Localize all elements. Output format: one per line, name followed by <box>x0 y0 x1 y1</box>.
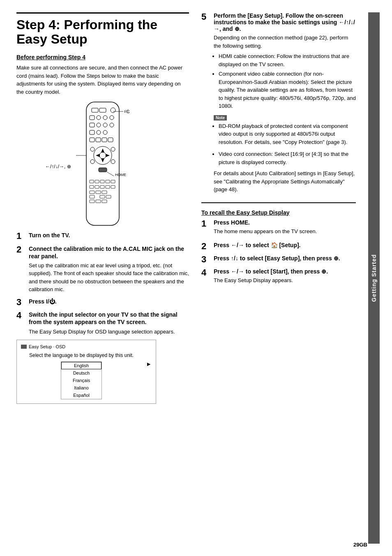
svg-rect-29 <box>99 168 107 172</box>
svg-rect-46 <box>96 191 101 194</box>
step-2-body: Set up the calibration mic at ear level … <box>29 262 189 294</box>
step-1: 1 Turn on the TV. <box>16 232 189 241</box>
recall-step-3: 3 Press ↑/↓ to select [Easy Setup], then… <box>201 255 356 264</box>
svg-rect-44 <box>111 185 115 188</box>
recall-step-3-header: Press ↑/↓ to select [Easy Setup], then p… <box>214 255 356 262</box>
before-title: Before performing Step 4 <box>16 54 189 60</box>
recall-step-3-content: Press ↑/↓ to select [Easy Setup], then p… <box>214 255 356 264</box>
recall-step-2-content: Press ←/→ to select 🏠 [Setup]. <box>214 242 356 251</box>
note-items: BD-ROM playback of protected content via… <box>214 122 356 146</box>
page-title: Step 4: Performing the Easy Setup <box>16 12 189 46</box>
step-5-details: For details about [Auto Calibration] set… <box>214 169 356 194</box>
svg-text:I/⏻: I/⏻ <box>124 109 129 114</box>
left-arrow-label: ←/↑/↓/→, ⊕ <box>45 164 71 169</box>
svg-point-9 <box>97 123 101 127</box>
steps-list: 1 Turn on the TV. 2 Connect the calibrat… <box>16 232 189 336</box>
step-1-number: 1 <box>16 232 25 241</box>
svg-rect-37 <box>100 180 104 183</box>
page-container: Step 4: Performing the Easy Setup Before… <box>0 0 392 556</box>
step-5-bullets: HDMI cable connection: Follow the instru… <box>214 52 356 110</box>
recall-step-4: 4 Press ←/→ to select [Start], then pres… <box>201 268 356 287</box>
remote-diagram-container: HOME I/⏻ <box>49 100 156 227</box>
osd-item-francais: Français <box>61 377 101 384</box>
right-column: 5 Perform the [Easy Setup]. Follow the o… <box>201 12 356 544</box>
svg-rect-41 <box>95 185 99 188</box>
step-5-number: 5 <box>201 12 210 196</box>
svg-rect-2 <box>99 108 106 112</box>
step-3-number: 3 <box>16 298 25 307</box>
svg-rect-45 <box>90 191 95 194</box>
svg-rect-35 <box>90 180 94 183</box>
step-5-header: Perform the [Easy Setup]. Follow the on-… <box>214 12 356 32</box>
page-number: 29GB <box>353 542 367 548</box>
recall-step-1-content: Press HOME. The home menu appears on the… <box>214 219 356 238</box>
section-divider <box>201 202 356 203</box>
recall-step-2-header: Press ←/→ to select 🏠 [Setup]. <box>214 242 356 248</box>
recall-steps: 1 Press HOME. The home menu appears on t… <box>201 219 356 287</box>
step-3-header: Press I/⏻. <box>29 298 189 305</box>
step-3: 3 Press I/⏻. <box>16 298 189 307</box>
svg-point-11 <box>110 123 114 127</box>
svg-rect-53 <box>102 200 107 203</box>
osd-list-box: English Deutsch Français Italiano Españo… <box>61 361 102 399</box>
note-label: Note <box>214 115 227 120</box>
svg-rect-16 <box>96 138 101 142</box>
step-4-number: 4 <box>16 311 25 336</box>
svg-rect-12 <box>90 130 95 134</box>
osd-prompt: Select the language to be displayed by t… <box>21 352 142 358</box>
osd-item-italiano: Italiano <box>61 384 101 392</box>
recall-step-4-number: 4 <box>201 268 210 287</box>
step-5-content: Perform the [Easy Setup]. Follow the on-… <box>214 12 356 196</box>
osd-main-area: Select the language to be displayed by t… <box>21 352 152 399</box>
step-4: 4 Switch the input selector on your TV s… <box>16 311 189 336</box>
left-column: Step 4: Performing the Easy Setup Before… <box>16 12 189 544</box>
recall-step-1: 1 Press HOME. The home menu appears on t… <box>201 219 356 238</box>
recall-step-4-content: Press ←/→ to select [Start], then press … <box>214 268 356 287</box>
svg-point-26 <box>111 147 115 151</box>
step-2-number: 2 <box>16 245 25 294</box>
recall-step-2-number: 2 <box>201 242 210 251</box>
svg-rect-51 <box>96 200 101 203</box>
svg-rect-4 <box>90 116 95 120</box>
recall-title: To recall the Easy Setup Display <box>201 209 356 216</box>
svg-rect-36 <box>95 180 99 183</box>
osd-title: Easy Setup · OSD <box>29 344 65 349</box>
step-4-body: The Easy Setup Display for OSD language … <box>29 328 189 336</box>
recall-step-4-header: Press ←/→ to select [Start], then press … <box>214 268 356 275</box>
note-item-1: BD-ROM playback of protected content via… <box>219 122 356 146</box>
svg-rect-0 <box>86 102 119 225</box>
osd-screen: Easy Setup · OSD Select the language to … <box>16 340 156 404</box>
svg-rect-8 <box>90 123 95 127</box>
svg-rect-42 <box>100 185 104 188</box>
svg-rect-47 <box>102 191 107 194</box>
svg-point-27 <box>90 160 95 164</box>
recall-step-2: 2 Press ←/→ to select 🏠 [Setup]. <box>201 242 356 251</box>
osd-item-espanol: Español <box>61 392 101 399</box>
recall-step-4-body: The Easy Setup Display appears. <box>214 276 356 285</box>
svg-rect-1 <box>92 108 98 112</box>
svg-rect-49 <box>100 195 105 198</box>
osd-arrow: ► <box>146 352 152 367</box>
step-2-header: Connect the calibration mic to the A.CAL… <box>29 245 189 260</box>
svg-marker-23 <box>96 154 100 157</box>
step-2: 2 Connect the calibration mic to the A.C… <box>16 245 189 294</box>
svg-point-3 <box>111 108 115 113</box>
svg-rect-39 <box>111 180 115 183</box>
svg-point-5 <box>97 116 101 120</box>
svg-rect-50 <box>106 195 111 198</box>
recall-step-3-number: 3 <box>201 255 210 264</box>
svg-marker-21 <box>101 148 104 153</box>
osd-content: Select the language to be displayed by t… <box>21 352 142 399</box>
svg-point-7 <box>110 116 114 120</box>
recall-step-1-number: 1 <box>201 219 210 238</box>
svg-text:HOME: HOME <box>115 173 126 177</box>
step-5-bullets2: Video cord connection: Select [16:9] or … <box>214 150 356 166</box>
step-1-header: Turn on the TV. <box>29 232 189 239</box>
bullet-hdmi: HDMI cable connection: Follow the instru… <box>219 52 356 68</box>
main-content: Step 4: Performing the Easy Setup Before… <box>0 0 392 556</box>
step-2-content: Connect the calibration mic to the A.CAL… <box>29 245 189 294</box>
svg-rect-40 <box>90 185 94 188</box>
note-box: Note BD-ROM playback of protected conten… <box>214 114 356 146</box>
svg-point-20 <box>99 152 106 159</box>
step-5: 5 Perform the [Easy Setup]. Follow the o… <box>201 12 356 196</box>
